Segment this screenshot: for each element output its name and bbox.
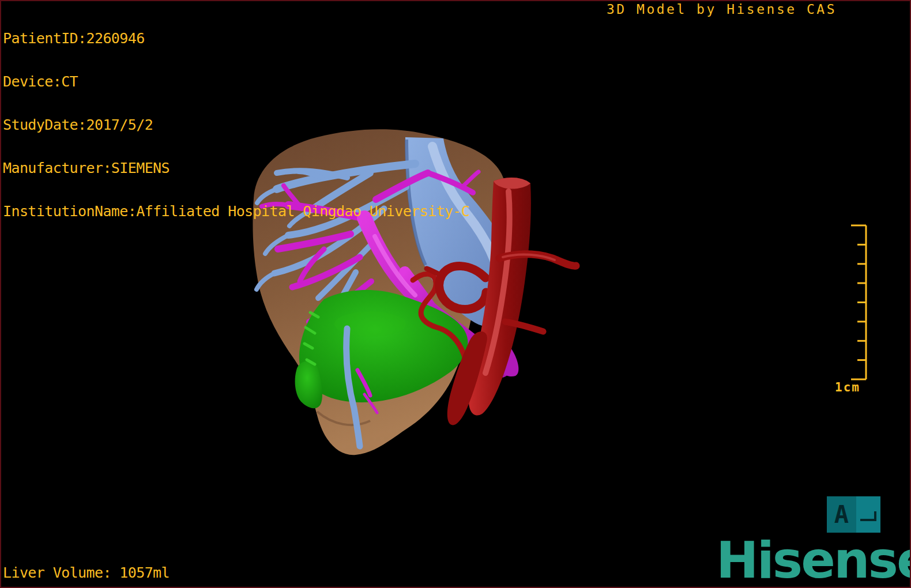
- viewer-window: PatientID:2260946 Device:CT StudyDate:20…: [0, 0, 911, 588]
- hisense-logo: Hisense: [716, 535, 911, 586]
- orientation-cube-front-face[interactable]: A: [827, 496, 856, 533]
- corner-mark-icon: [860, 511, 876, 521]
- study-date-line: StudyDate:2017/5/2: [3, 118, 469, 132]
- orientation-face-label: A: [834, 503, 849, 527]
- patient-id-line: PatientID:2260946: [3, 31, 469, 46]
- institution-line: InstitutionName:Affiliated Hospital Qing…: [3, 204, 469, 218]
- orientation-cube[interactable]: A: [827, 496, 880, 533]
- orientation-cube-side-face[interactable]: [856, 496, 880, 533]
- patient-info-overlay: PatientID:2260946 Device:CT StudyDate:20…: [3, 2, 469, 247]
- scale-bar-label: 1cm: [835, 380, 860, 394]
- watermark-text: 3D Model by Hisense CAS: [607, 2, 837, 17]
- liver-volume-readout: Liver Volume: 1057ml: [3, 564, 170, 581]
- manufacturer-line: Manufacturer:SIEMENS: [3, 161, 469, 175]
- scale-bar: [834, 223, 875, 384]
- device-line: Device:CT: [3, 74, 469, 89]
